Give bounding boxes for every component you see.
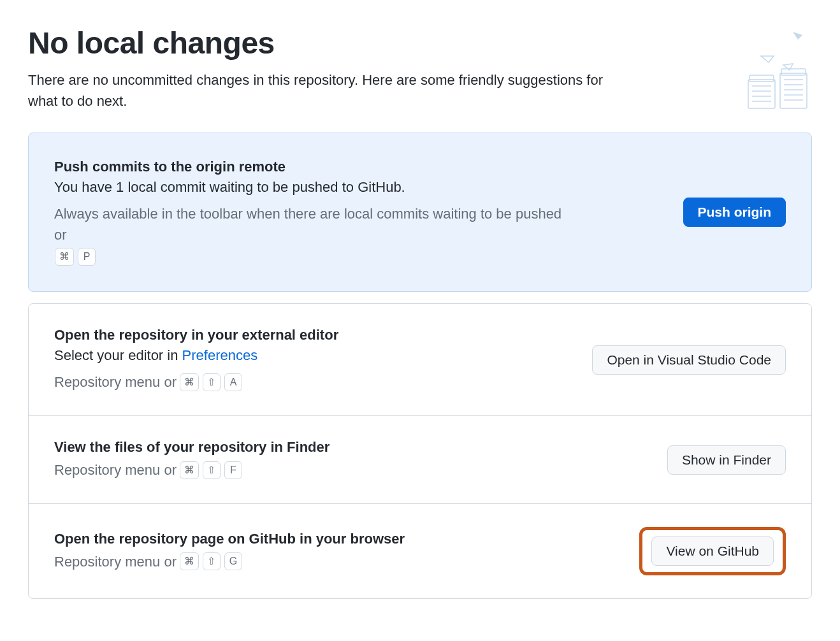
kbd-shift: ⇧	[203, 461, 221, 479]
view-github-hint: Repository menu or ⌘ ⇧ G	[54, 551, 564, 572]
preferences-link[interactable]: Preferences	[182, 347, 258, 363]
kbd-f: F	[224, 461, 242, 479]
kbd-cmd: ⌘	[180, 373, 199, 391]
kbd-shift: ⇧	[203, 552, 221, 570]
show-finder-hint-text: Repository menu or	[54, 459, 177, 480]
header-text: No local changes There are no uncommitte…	[28, 25, 627, 112]
show-finder-button[interactable]: Show in Finder	[667, 445, 786, 475]
push-origin-button[interactable]: Push origin	[683, 198, 786, 227]
open-editor-row: Open the repository in your external edi…	[29, 304, 811, 415]
view-github-button[interactable]: View on GitHub	[651, 537, 774, 566]
open-editor-desc-prefix: Select your editor in	[54, 347, 182, 363]
open-editor-title: Open the repository in your external edi…	[54, 327, 564, 343]
push-hint-text: Always available in the toolbar when the…	[54, 203, 564, 245]
kbd-a: A	[224, 373, 242, 391]
push-card-hint: Always available in the toolbar when the…	[54, 203, 564, 266]
open-editor-desc: Select your editor in Preferences	[54, 347, 564, 364]
kbd-g: G	[224, 552, 242, 570]
svg-rect-0	[748, 80, 775, 108]
push-origin-card: Push commits to the origin remote You ha…	[28, 133, 812, 292]
page-header: No local changes There are no uncommitte…	[28, 25, 812, 115]
view-github-row: Open the repository page on GitHub in yo…	[29, 503, 811, 598]
push-card-desc: You have 1 local commit waiting to be pu…	[54, 179, 564, 196]
show-finder-row: View the files of your repository in Fin…	[29, 415, 811, 503]
kbd-p: P	[78, 248, 96, 266]
view-github-highlight: View on GitHub	[639, 527, 786, 575]
show-finder-title: View the files of your repository in Fin…	[54, 439, 564, 456]
actions-card: Open the repository in your external edi…	[28, 303, 812, 599]
kbd-shift: ⇧	[203, 373, 221, 391]
show-finder-hint: Repository menu or ⌘ ⇧ F	[54, 459, 564, 480]
page-title: No local changes	[28, 25, 627, 61]
svg-rect-6	[780, 73, 807, 108]
svg-rect-1	[749, 75, 774, 82]
open-editor-hint: Repository menu or ⌘ ⇧ A	[54, 371, 564, 393]
open-editor-hint-text: Repository menu or	[54, 371, 177, 393]
view-github-title: Open the repository page on GitHub in yo…	[54, 531, 564, 547]
kbd-cmd: ⌘	[180, 552, 199, 570]
kbd-cmd: ⌘	[180, 461, 199, 479]
push-card-title: Push commits to the origin remote	[54, 159, 564, 175]
svg-rect-7	[781, 69, 806, 75]
empty-state-illustration	[729, 25, 812, 115]
page-subtitle: There are no uncommitted changes in this…	[28, 69, 627, 112]
open-editor-button[interactable]: Open in Visual Studio Code	[592, 345, 786, 375]
kbd-cmd: ⌘	[55, 248, 74, 266]
view-github-hint-text: Repository menu or	[54, 551, 177, 572]
